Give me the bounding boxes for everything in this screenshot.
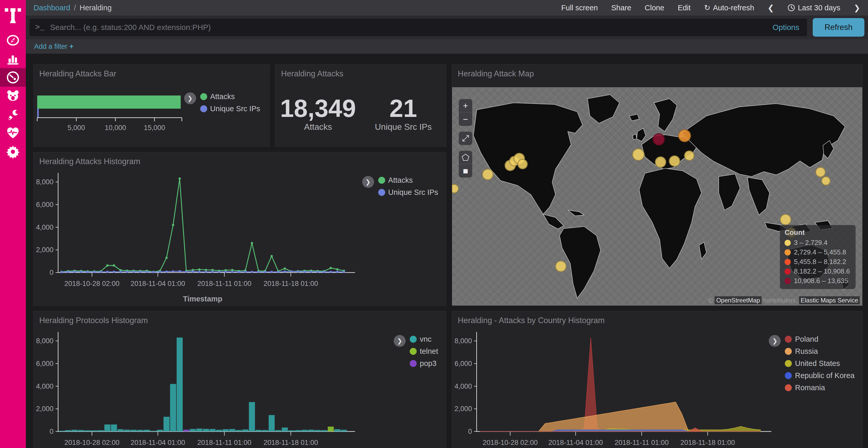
legend-range-label: 8,182.2 – 10,908.6 — [794, 267, 850, 275]
attack-location-dot[interactable] — [518, 159, 528, 169]
legend-label: Poland — [795, 335, 818, 343]
map-count-legend: Count3 – 2,729.42,729.4 – 5,455.85,455.8… — [780, 225, 856, 289]
attack-location-dot[interactable] — [555, 261, 566, 272]
map-fit-bounds-button[interactable]: ⤢ — [459, 132, 472, 145]
search-input[interactable] — [50, 23, 759, 32]
attack-location-dot[interactable] — [653, 133, 665, 145]
map-draw-polygon-button[interactable]: ⬠ — [459, 151, 472, 164]
legend-item[interactable]: Attacks — [378, 176, 438, 184]
legend-toggle-icon[interactable]: ❯ — [362, 176, 374, 188]
legend-label: Attacks — [388, 176, 413, 184]
heartbeat-icon — [6, 127, 20, 140]
legend-item[interactable]: Russia — [785, 347, 855, 356]
legend-item[interactable]: pop3 — [410, 359, 438, 368]
top-navbar: Dashboard / Heralding Full screen Share … — [26, 0, 868, 15]
sidebar-item-timelion[interactable] — [0, 87, 26, 105]
legend-item[interactable]: Poland — [785, 335, 855, 343]
breadcrumb-dashboard[interactable]: Dashboard — [34, 4, 70, 12]
panel-title: Heralding Attacks — [275, 65, 446, 78]
legend-item[interactable]: Attacks — [200, 92, 260, 101]
fullscreen-button[interactable]: Full screen — [561, 4, 598, 12]
sidebar-item-dashboard[interactable] — [0, 68, 26, 87]
world-map[interactable]: +−⤢⬠■Count3 – 2,729.42,729.4 – 5,455.85,… — [452, 87, 862, 306]
zoom-out-icon: − — [463, 114, 468, 125]
panel-title: Heralding - Attacks by Country Histogram — [452, 311, 862, 325]
edit-button[interactable]: Edit — [678, 4, 690, 12]
legend-toggle-icon[interactable]: ❯ — [394, 335, 406, 347]
legend-item[interactable]: Unique Src IPs — [200, 105, 260, 113]
legend-item[interactable]: Romania — [785, 383, 855, 392]
svg-text:2018-11-18 01:00: 2018-11-18 01:00 — [264, 280, 318, 287]
legend-color-dot — [784, 259, 791, 265]
metric: 21Unique Src IPs — [361, 96, 446, 132]
attack-location-dot[interactable] — [482, 169, 493, 180]
legend-color-dot — [410, 360, 417, 367]
legend-color-dot — [784, 240, 791, 246]
options-link[interactable]: Options — [773, 23, 799, 32]
attack-location-dot[interactable] — [684, 150, 694, 161]
osm-attribution-link[interactable]: OpenStreetMap — [715, 296, 761, 304]
telekom-t-logo[interactable] — [0, 0, 26, 31]
chart-legend: ❯ AttacksUnique Src IPs — [362, 176, 438, 197]
legend-item[interactable]: vnc — [410, 335, 438, 343]
svg-text:2018-11-04 01:00: 2018-11-04 01:00 — [549, 439, 603, 446]
legend-color-dot — [785, 336, 792, 343]
attack-location-dot[interactable] — [669, 156, 680, 167]
legend-label: Unique Src IPs — [388, 188, 438, 197]
legend-item[interactable]: Unique Src IPs — [378, 188, 438, 197]
panel-attacks-metric: Heralding Attacks 18,349Attacks21Unique … — [275, 64, 446, 146]
map-legend-title: Count — [784, 229, 850, 237]
attack-location-dot[interactable] — [815, 167, 826, 177]
svg-text:2,000: 2,000 — [36, 405, 54, 413]
legend-color-dot — [785, 372, 792, 379]
query-prompt-icon: >_ — [35, 23, 44, 32]
search-box[interactable]: >_ — [29, 19, 765, 36]
panel-title: Heralding Attacks Histogram — [34, 152, 446, 166]
time-forward-button[interactable]: ❯ — [854, 3, 860, 12]
attack-location-dot[interactable] — [655, 157, 666, 168]
attack-location-dot[interactable] — [678, 129, 691, 142]
map-zoom-out-button[interactable]: − — [459, 112, 472, 126]
legend-color-dot — [410, 348, 417, 355]
metric: 18,349Attacks — [275, 96, 361, 132]
sidebar-item-discover[interactable] — [0, 31, 26, 49]
sidebar-item-visualize[interactable] — [0, 49, 26, 68]
auto-refresh-button[interactable]: ↻ Auto-refresh — [704, 3, 754, 12]
legend-label: pop3 — [420, 359, 437, 368]
map-attribution: © OpenStreetMap contributors, Elastic Ma… — [708, 297, 860, 304]
metric-label: Unique Src IPs — [361, 122, 446, 132]
time-range-picker[interactable]: Last 30 days — [787, 4, 840, 12]
legend-toggle-icon[interactable]: ❯ — [769, 335, 781, 347]
search-bar-row: >_ Options Refresh — [26, 15, 868, 39]
legend-item[interactable]: Republic of Korea — [785, 371, 855, 380]
svg-text:2018-11-11 01:00: 2018-11-11 01:00 — [197, 439, 251, 446]
legend-range-label: 5,455.8 – 8,182.2 — [794, 258, 846, 266]
legend-toggle-icon[interactable]: ❯ — [184, 92, 196, 104]
map-zoom-in-button[interactable]: + — [459, 99, 472, 112]
legend-item[interactable]: United States — [785, 359, 855, 368]
share-button[interactable]: Share — [611, 4, 631, 12]
attribution-text: contributors, — [762, 297, 799, 304]
sidebar-item-monitoring[interactable] — [0, 124, 26, 142]
map-legend-row: 8,182.2 – 10,908.6 — [784, 267, 850, 275]
bear-icon — [6, 89, 20, 103]
panel-title: Heralding Attacks Bar — [34, 65, 270, 78]
attack-location-dot[interactable] — [821, 176, 831, 185]
svg-text:0: 0 — [468, 427, 472, 435]
legend-color-dot — [200, 105, 207, 112]
map-draw-rectangle-button[interactable]: ■ — [459, 164, 472, 177]
refresh-button[interactable]: Refresh — [813, 18, 864, 37]
ems-attribution-link[interactable]: Elastic Maps Service — [799, 296, 860, 304]
draw-rectangle-icon: ■ — [463, 166, 468, 176]
sidebar-item-dev-tools[interactable] — [0, 105, 26, 124]
panel-title: Heralding Protocols Histogram — [34, 311, 446, 325]
legend-item[interactable]: telnet — [410, 347, 438, 356]
attack-location-dot[interactable] — [632, 148, 645, 161]
add-filter-link[interactable]: Add a filter + — [34, 43, 73, 50]
panel-country-histogram: Heralding - Attacks by Country Histogram… — [452, 311, 863, 448]
clone-button[interactable]: Clone — [645, 4, 664, 12]
svg-text:5,000: 5,000 — [68, 124, 85, 132]
time-back-button[interactable]: ❮ — [768, 3, 774, 12]
attack-location-dot[interactable] — [780, 214, 791, 225]
sidebar-item-management[interactable] — [0, 142, 26, 161]
